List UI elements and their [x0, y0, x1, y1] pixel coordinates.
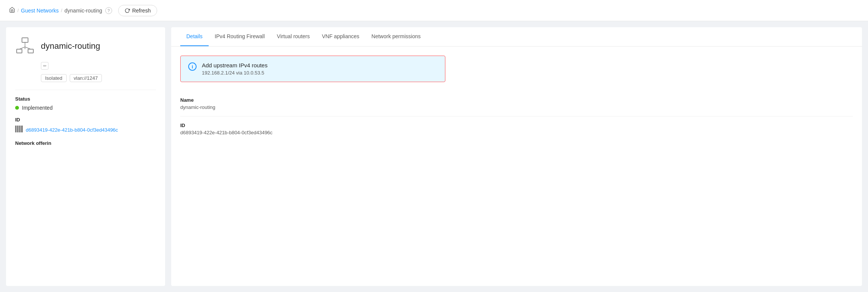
id-section: ID d6893419-422e-421b-b804-0cf3ed43496c: [15, 117, 156, 134]
svg-rect-8: [17, 126, 18, 132]
svg-rect-1: [17, 49, 22, 53]
tab-network-permissions[interactable]: Network permissions: [365, 27, 427, 46]
detail-row-id: ID d6893419-422e-421b-b804-0cf3ed43496c: [180, 116, 853, 141]
status-dot-green: [15, 106, 19, 110]
refresh-label: Refresh: [132, 8, 151, 14]
tags-row: Isolated vlan://1247: [41, 74, 156, 82]
tabs-bar: Details IPv4 Routing Firewall Virtual ro…: [171, 27, 862, 47]
status-section: Status Implemented: [15, 96, 156, 111]
tab-virtual-routers[interactable]: Virtual routers: [271, 27, 316, 46]
id-label: ID: [15, 117, 156, 123]
detail-key-id: ID: [180, 123, 853, 128]
top-bar: / Guest Networks / dynamic-routing ? Ref…: [0, 0, 868, 21]
svg-rect-9: [18, 126, 19, 132]
breadcrumb: / Guest Networks / dynamic-routing ?: [9, 7, 112, 14]
network-offering-section: Network offerin: [15, 140, 156, 146]
detail-value-id: d6893419-422e-421b-b804-0cf3ed43496c: [180, 130, 853, 135]
network-icon: [15, 36, 35, 56]
help-icon[interactable]: ?: [105, 7, 112, 14]
svg-line-4: [19, 47, 25, 49]
tag-vlan[interactable]: vlan://1247: [70, 74, 102, 82]
svg-rect-6: [15, 126, 16, 132]
id-value-link[interactable]: d6893419-422e-421b-b804-0cf3ed43496c: [26, 127, 118, 133]
svg-rect-2: [28, 49, 33, 53]
svg-line-5: [25, 47, 31, 49]
tab-vnf-appliances[interactable]: VNF appliances: [316, 27, 365, 46]
edit-icon[interactable]: ✏: [41, 62, 48, 70]
tab-ipv4-routing-firewall[interactable]: IPv4 Routing Firewall: [209, 27, 271, 46]
detail-row-name: Name dynamic-routing: [180, 91, 853, 116]
svg-rect-12: [21, 126, 22, 132]
id-row: d6893419-422e-421b-b804-0cf3ed43496c: [15, 126, 156, 134]
svg-rect-11: [20, 126, 20, 132]
alert-info-icon: i: [188, 62, 197, 71]
alert-content: Add upstream IPv4 routes 192.168.2.1/24 …: [202, 62, 437, 76]
refresh-icon: [125, 8, 130, 13]
tab-details[interactable]: Details: [180, 27, 209, 46]
tab-content-details: i Add upstream IPv4 routes 192.168.2.1/2…: [171, 47, 862, 151]
home-icon[interactable]: [9, 7, 15, 14]
edit-icon-wrapper: ✏: [41, 62, 156, 70]
left-panel: dynamic-routing ✏ Isolated vlan://1247 S…: [6, 27, 165, 286]
alert-box: i Add upstream IPv4 routes 192.168.2.1/2…: [180, 56, 445, 82]
breadcrumb-separator-2: /: [61, 8, 62, 13]
main-content: dynamic-routing ✏ Isolated vlan://1247 S…: [0, 21, 868, 292]
alert-subtitle: 192.168.2.1/24 via 10.0.53.5: [202, 70, 437, 76]
svg-rect-7: [16, 126, 17, 132]
network-name: dynamic-routing: [41, 41, 100, 51]
divider-1: [15, 90, 156, 90]
breadcrumb-guest-networks[interactable]: Guest Networks: [21, 8, 59, 14]
detail-value-name: dynamic-routing: [180, 104, 853, 110]
alert-title: Add upstream IPv4 routes: [202, 62, 437, 68]
right-panel: Details IPv4 Routing Firewall Virtual ro…: [171, 27, 862, 286]
refresh-button[interactable]: Refresh: [118, 5, 157, 16]
barcode-icon: [15, 126, 23, 134]
svg-rect-13: [22, 126, 23, 132]
network-offering-label: Network offerin: [15, 140, 156, 146]
svg-rect-0: [22, 38, 28, 42]
breadcrumb-current-page: dynamic-routing: [64, 8, 102, 14]
detail-key-name: Name: [180, 97, 853, 103]
status-label: Status: [15, 96, 156, 102]
breadcrumb-separator-1: /: [17, 8, 19, 13]
svg-rect-10: [19, 126, 20, 132]
status-value: Implemented: [22, 105, 53, 111]
network-header: dynamic-routing: [15, 36, 156, 56]
status-row: Implemented: [15, 105, 156, 111]
tag-isolated[interactable]: Isolated: [41, 74, 67, 82]
